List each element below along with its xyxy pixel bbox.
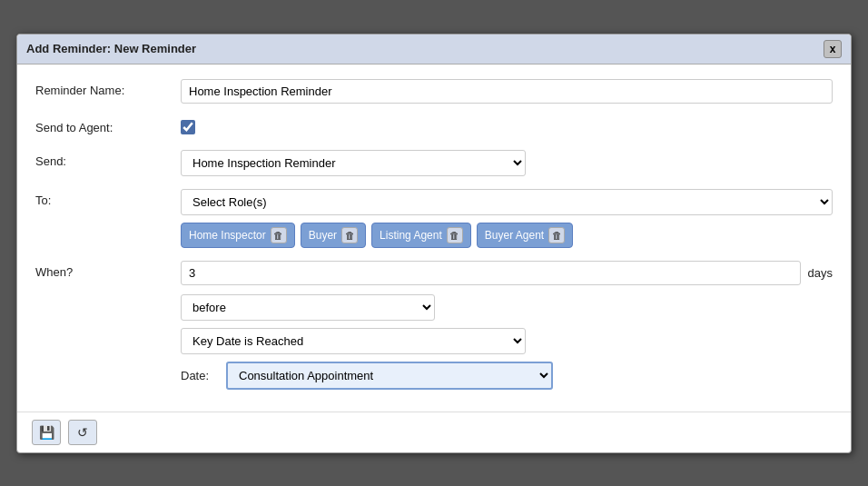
send-to-agent-checkbox[interactable] [181, 120, 195, 134]
tag-delete-button[interactable]: 🗑 [548, 227, 565, 243]
save-icon: 💾 [39, 425, 54, 440]
reset-button[interactable]: ↺ [68, 420, 97, 445]
when-label: When? [35, 261, 181, 279]
days-label: days [808, 266, 833, 280]
to-wrap: Select Role(s) Home Inspector 🗑Buyer 🗑Li… [181, 189, 833, 248]
add-reminder-dialog: Add Reminder: New Reminder x Reminder Na… [16, 34, 852, 453]
to-label: To: [35, 189, 181, 207]
role-tag: Home Inspector 🗑 [181, 223, 295, 248]
reminder-name-label: Reminder Name: [35, 79, 181, 97]
dialog-title: Add Reminder: New Reminder [26, 42, 196, 55]
before-after-select[interactable]: before after [181, 294, 435, 321]
role-tag: Buyer 🗑 [301, 223, 366, 248]
date-select[interactable]: Consultation Appointment [226, 362, 553, 390]
role-tag: Listing Agent 🗑 [371, 223, 471, 248]
tag-label: Buyer Agent [485, 229, 544, 242]
to-select[interactable]: Select Role(s) [181, 189, 833, 215]
close-button[interactable]: x [824, 40, 842, 58]
date-row: Date: Consultation Appointment [181, 362, 833, 390]
send-wrap: Home Inspection Reminder [181, 150, 833, 176]
reminder-name-input[interactable] [181, 79, 833, 104]
reminder-name-wrap [181, 79, 833, 104]
send-label: Send: [35, 150, 181, 168]
tags-container: Home Inspector 🗑Buyer 🗑Listing Agent 🗑Bu… [181, 223, 833, 248]
tag-delete-button[interactable]: 🗑 [271, 227, 287, 243]
date-label: Date: [181, 369, 217, 382]
role-tag: Buyer Agent 🗑 [477, 223, 573, 248]
send-row: Send: Home Inspection Reminder [35, 150, 833, 176]
send-to-agent-wrap [181, 116, 833, 137]
send-to-agent-label: Send to Agent: [35, 116, 181, 134]
send-to-agent-row: Send to Agent: [35, 116, 833, 137]
dialog-body: Reminder Name: Send to Agent: Send: Home… [17, 64, 851, 412]
tag-delete-button[interactable]: 🗑 [447, 227, 463, 243]
when-days-row: days [181, 261, 833, 285]
key-date-select[interactable]: Key Date is Reached [181, 328, 526, 354]
when-row: When? days before after Key Date is Reac… [35, 261, 833, 390]
days-input[interactable] [181, 261, 801, 285]
tag-label: Home Inspector [189, 229, 266, 242]
reset-icon: ↺ [77, 425, 88, 440]
when-wrap: days before after Key Date is Reached Da… [181, 261, 833, 390]
dialog-footer: 💾 ↺ [17, 412, 851, 452]
send-select[interactable]: Home Inspection Reminder [181, 150, 526, 176]
reminder-name-row: Reminder Name: [35, 79, 833, 104]
tag-label: Buyer [309, 229, 337, 242]
to-row: To: Select Role(s) Home Inspector 🗑Buyer… [35, 189, 833, 248]
tag-delete-button[interactable]: 🗑 [341, 227, 358, 243]
save-button[interactable]: 💾 [32, 420, 61, 445]
dialog-header: Add Reminder: New Reminder x [17, 35, 851, 64]
tag-label: Listing Agent [380, 229, 442, 242]
